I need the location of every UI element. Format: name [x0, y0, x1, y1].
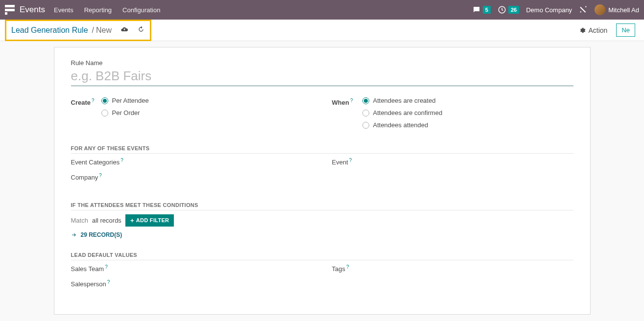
user-name: Mitchell Ad	[608, 6, 639, 14]
help-icon[interactable]: ?	[105, 264, 108, 270]
action-menu[interactable]: Action	[579, 26, 607, 34]
radio-attendees-attended[interactable]: Attendees attended	[362, 121, 443, 129]
help-icon[interactable]: ?	[120, 158, 123, 163]
event-field[interactable]: Event?	[332, 158, 573, 166]
match-prefix: Match	[71, 217, 88, 224]
topbar: Events Events Reporting Configuration 5 …	[0, 0, 644, 20]
action-label: Action	[588, 26, 607, 34]
records-link[interactable]: 29 RECORD(S)	[71, 231, 573, 238]
section-conditions-title: If the Attendees meet these Conditions	[71, 202, 573, 210]
rule-name-label: Rule Name	[71, 59, 573, 67]
company-field[interactable]: Company?	[71, 173, 312, 181]
breadcrumb-highlight: Lead Generation Rule / New	[5, 20, 151, 41]
discard-icon[interactable]	[137, 25, 145, 35]
cloud-save-icon[interactable]	[120, 25, 128, 35]
add-filter-button[interactable]: +ADD FILTER	[125, 214, 174, 227]
salesperson-field[interactable]: Salesperson?	[71, 279, 312, 288]
radio-per-attendee[interactable]: Per Attendee	[101, 97, 149, 104]
nav-events[interactable]: Events	[54, 6, 73, 14]
nav-configuration[interactable]: Configuration	[122, 6, 160, 14]
when-label: When?	[332, 97, 362, 106]
form-sheet: Rule Name Create? Per Attendee Per Order…	[54, 47, 591, 315]
radio-attendees-created[interactable]: Attendees are created	[362, 97, 443, 104]
section-lead-defaults-title: Lead Default Values	[71, 252, 573, 260]
event-categories-field[interactable]: Event Categories?	[71, 158, 312, 166]
rule-name-input[interactable]	[71, 68, 573, 86]
help-icon[interactable]: ?	[349, 158, 352, 163]
records-count: 29 RECORD(S)	[81, 231, 122, 238]
apps-icon[interactable]	[5, 5, 15, 15]
messages-badge: 5	[483, 6, 491, 14]
help-icon[interactable]: ?	[346, 264, 349, 270]
actionbar: Lead Generation Rule / New Action Ne	[0, 20, 644, 41]
arrow-right-icon	[71, 232, 77, 238]
avatar	[595, 4, 605, 15]
section-events-title: For any of these Events	[71, 145, 573, 154]
activities-badge: 26	[508, 6, 519, 14]
breadcrumb-parent[interactable]: Lead Generation Rule	[11, 26, 88, 35]
gear-icon	[579, 27, 586, 34]
tags-field[interactable]: Tags?	[332, 264, 573, 273]
plus-icon: +	[130, 217, 134, 224]
help-icon[interactable]: ?	[92, 98, 95, 103]
clock-icon	[498, 5, 506, 14]
new-button[interactable]: Ne	[616, 23, 635, 37]
messages-indicator[interactable]: 5	[472, 5, 491, 14]
help-icon[interactable]: ?	[99, 173, 102, 178]
match-scope: all records	[92, 217, 121, 224]
create-label: Create?	[71, 97, 101, 106]
breadcrumb-current: New	[96, 26, 112, 35]
breadcrumb-sep: /	[92, 26, 94, 35]
radio-per-order[interactable]: Per Order	[101, 109, 149, 116]
nav-reporting[interactable]: Reporting	[84, 6, 112, 14]
chat-icon	[472, 5, 481, 14]
activities-indicator[interactable]: 26	[498, 5, 519, 14]
debug-icon[interactable]	[579, 5, 588, 15]
radio-attendees-confirmed[interactable]: Attendees are confirmed	[362, 109, 443, 116]
help-icon[interactable]: ?	[350, 98, 353, 103]
help-icon[interactable]: ?	[107, 279, 110, 285]
sales-team-field[interactable]: Sales Team?	[71, 264, 312, 273]
company-switcher[interactable]: Demo Company	[526, 6, 572, 14]
match-row: Match all records +ADD FILTER	[71, 214, 573, 227]
user-menu[interactable]: Mitchell Ad	[595, 4, 639, 15]
app-brand[interactable]: Events	[20, 5, 45, 15]
